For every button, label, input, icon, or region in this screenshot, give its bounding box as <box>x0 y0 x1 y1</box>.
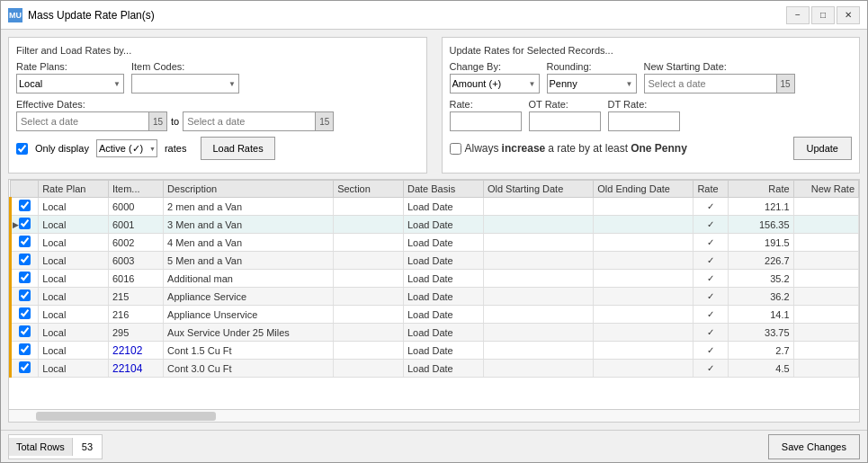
cell-date-basis: Load Date <box>403 216 483 234</box>
load-rates-button[interactable]: Load Rates <box>201 137 274 160</box>
cell-old-ending-date <box>594 288 694 306</box>
table-row: Local22102Cont 1.5 Cu FtLoad Date✓2.7 <box>11 342 859 360</box>
filter-section: Filter and Load Rates by... Rate Plans: … <box>8 37 427 174</box>
title-bar-controls: − □ ✕ <box>786 6 860 24</box>
header-rate-plan: Rate Plan <box>39 181 109 198</box>
cell-item-code: 6003 <box>108 252 163 270</box>
row-checkbox[interactable] <box>19 236 31 247</box>
cell-old-starting-date <box>483 198 593 216</box>
cell-old-starting-date <box>483 234 593 252</box>
cell-old-ending-date <box>594 324 694 342</box>
change-by-select[interactable]: Amount (+) <box>450 74 540 93</box>
always-text1: Always <box>465 142 499 155</box>
row-checkbox[interactable] <box>19 218 31 229</box>
cell-new-rate <box>793 252 858 270</box>
cell-new-rate <box>793 360 858 378</box>
cell-section <box>334 252 404 270</box>
table-wrapper[interactable]: Rate Plan Item... Description Section Da… <box>9 180 859 409</box>
save-changes-button[interactable]: Save Changes <box>768 434 860 459</box>
header-rate-check: Rate <box>694 181 729 198</box>
cell-new-rate <box>793 270 858 288</box>
item-link[interactable]: 22104 <box>112 362 142 375</box>
row-checkbox[interactable] <box>19 307 31 319</box>
date-to-calendar-icon[interactable]: 15 <box>315 112 333 130</box>
new-starting-date-calendar-icon[interactable]: 15 <box>776 75 794 93</box>
row-checkbox[interactable] <box>19 272 31 283</box>
row-checkbox[interactable] <box>19 254 31 265</box>
date-to-input[interactable] <box>183 112 315 130</box>
cell-rate: 156.35 <box>729 216 793 234</box>
cell-old-ending-date <box>594 216 694 234</box>
horizontal-scrollbar[interactable] <box>9 409 859 422</box>
cell-description: 4 Men and a Van <box>164 234 334 252</box>
dt-rate-group: DT Rate: 0 <box>608 99 680 131</box>
rounding-select[interactable]: Penny <box>547 74 637 93</box>
filter-section-title: Filter and Load Rates by... <box>16 45 419 56</box>
cell-date-basis: Load Date <box>403 270 483 288</box>
effective-dates-group: Effective Dates: 15 to 15 <box>16 99 334 131</box>
total-rows-value: 53 <box>73 438 102 456</box>
cell-section <box>334 198 404 216</box>
cell-old-starting-date <box>483 324 593 342</box>
cell-new-rate <box>793 324 858 342</box>
rate-plans-select[interactable]: Local <box>16 74 124 93</box>
header-old-starting-date: Old Starting Date <box>483 181 593 198</box>
cell-old-starting-date <box>483 216 593 234</box>
item-link[interactable]: 22102 <box>112 344 142 357</box>
cell-new-rate <box>793 216 858 234</box>
maximize-button[interactable]: □ <box>811 6 835 24</box>
one-penny-bold: One Penny <box>631 142 687 155</box>
row-checkbox[interactable] <box>19 200 31 211</box>
cell-date-basis: Load Date <box>403 306 483 324</box>
cell-description: 5 Men and a Van <box>164 252 334 270</box>
cell-item-code: 295 <box>108 324 163 342</box>
close-button[interactable]: ✕ <box>837 6 860 24</box>
rate-input[interactable]: 0 <box>450 111 522 131</box>
cell-rate-plan: Local <box>39 270 109 288</box>
row-checkbox[interactable] <box>19 361 31 373</box>
update-section-title: Update Rates for Selected Records... <box>450 45 853 56</box>
date-from-input[interactable] <box>17 112 148 130</box>
cell-item-code: 6001 <box>108 216 163 234</box>
cell-rate-check: ✓ <box>694 252 729 270</box>
table-row: Local295Aux Service Under 25 MilesLoad D… <box>11 324 859 342</box>
filter-row-2: Effective Dates: 15 to 15 <box>16 99 419 131</box>
row-checkbox[interactable] <box>19 325 31 337</box>
cell-rate-plan: Local <box>39 288 109 306</box>
cell-old-ending-date <box>594 342 694 360</box>
always-increase-checkbox[interactable] <box>450 143 461 155</box>
update-section: Update Rates for Selected Records... Cha… <box>442 37 861 174</box>
cell-rate: 226.7 <box>729 252 793 270</box>
cell-rate: 14.1 <box>729 306 793 324</box>
header-date-basis: Date Basis <box>403 181 483 198</box>
date-from-calendar-icon[interactable]: 15 <box>148 112 166 130</box>
update-button[interactable]: Update <box>793 137 852 160</box>
filter-row-1: Rate Plans: Local Item Codes: <box>16 61 419 93</box>
only-display-label: Only display <box>35 143 89 154</box>
only-display-checkbox[interactable] <box>16 143 28 155</box>
item-codes-select[interactable] <box>131 74 239 93</box>
ot-rate-input[interactable]: 0 <box>529 111 601 131</box>
row-checkbox[interactable] <box>19 343 31 355</box>
cell-old-ending-date <box>594 252 694 270</box>
bottom-bar: Total Rows 53 Save Changes <box>1 430 867 462</box>
change-by-group: Change By: Amount (+) <box>450 61 540 93</box>
new-starting-date-input[interactable] <box>645 75 776 93</box>
active-select[interactable]: Active (✓) <box>96 139 157 157</box>
dt-rate-input[interactable]: 0 <box>608 111 680 131</box>
dt-rate-label: DT Rate: <box>608 99 680 110</box>
cell-rate: 4.5 <box>729 360 793 378</box>
cell-rate-plan: Local <box>39 234 109 252</box>
cell-old-ending-date <box>594 306 694 324</box>
cell-rate-plan: Local <box>39 216 109 234</box>
row-checkbox[interactable] <box>19 289 31 301</box>
rounding-label: Rounding: <box>547 61 637 72</box>
cell-old-starting-date <box>483 306 593 324</box>
filter-row-3: Only display Active (✓) ▼ rates Load Rat… <box>16 137 419 160</box>
cell-section <box>334 270 404 288</box>
cell-rate: 121.1 <box>729 198 793 216</box>
cell-new-rate <box>793 198 858 216</box>
minimize-button[interactable]: − <box>786 6 810 24</box>
rates-label: rates <box>165 143 186 154</box>
cell-rate: 33.75 <box>729 324 793 342</box>
